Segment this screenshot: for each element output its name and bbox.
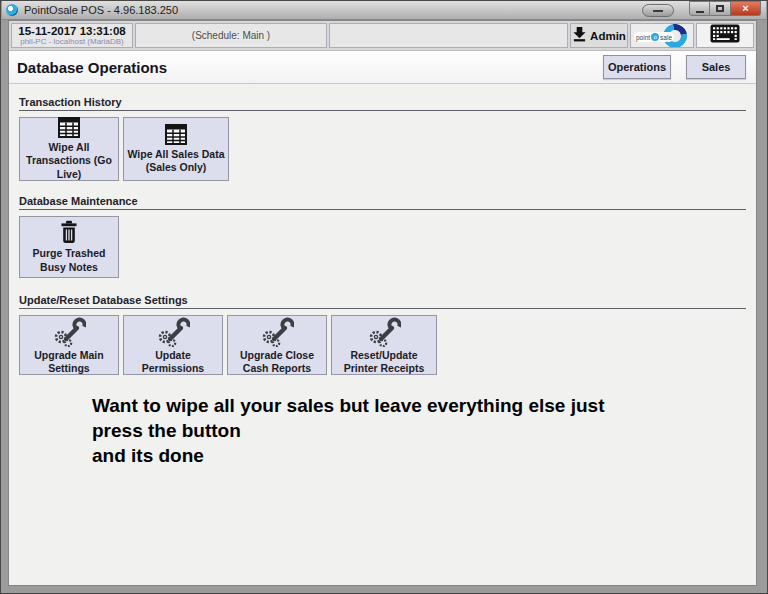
title-bar[interactable]: PointOsale POS - 4.96.183.250 ×	[2, 1, 766, 20]
keyboard-button[interactable]	[696, 23, 754, 48]
tile-label: Upgrade Main Settings	[22, 349, 116, 375]
collapse-icon	[653, 10, 663, 12]
close-icon: ×	[742, 3, 748, 14]
window-controls: ×	[689, 1, 761, 16]
datetime-panel: 15-11-2017 13:31:08 phil-PC - localhost …	[11, 23, 133, 48]
annotation-line: Want to wipe all your sales but leave ev…	[92, 393, 746, 418]
annotation-text: Want to wipe all your sales but leave ev…	[92, 393, 746, 468]
tile-label: Reset/Update Printer Receipts	[334, 349, 434, 375]
admin-label: Admin	[590, 30, 626, 42]
app-window: PointOsale POS - 4.96.183.250 × 15-11-20…	[0, 0, 768, 594]
update-permissions-button[interactable]: Update Permissions	[123, 315, 223, 375]
host-connection-text: phil-PC - localhost (MariaDB)	[20, 37, 124, 46]
collapse-button[interactable]	[642, 4, 674, 17]
tile-label: Wipe All Transactions (Go Live)	[22, 141, 116, 180]
pointosale-logo: point o sale	[634, 24, 690, 47]
logout-download-icon	[572, 26, 587, 46]
toolbar-spacer	[329, 23, 568, 48]
keyboard-icon	[710, 24, 740, 47]
page-title: Database Operations	[17, 59, 167, 76]
app-logo-icon	[6, 4, 18, 16]
annotation-line: and its done	[92, 443, 746, 468]
section-label-database-maintenance: Database Maintenance	[19, 195, 746, 210]
logo-word-left: point	[636, 34, 650, 41]
top-toolbar: 15-11-2017 13:31:08 phil-PC - localhost …	[9, 21, 756, 51]
wrench-gears-icon	[367, 315, 401, 347]
tile-label: Purge Trashed Busy Notes	[22, 247, 116, 273]
tile-label: Wipe All Sales Data (Sales Only)	[126, 148, 226, 174]
upgrade-close-cash-reports-button[interactable]: Upgrade Close Cash Reports	[227, 315, 327, 375]
sales-tab-button[interactable]: Sales	[686, 55, 746, 79]
section-label-update-reset-settings: Update/Reset Database Settings	[19, 294, 746, 309]
admin-button[interactable]: Admin	[570, 23, 628, 48]
transaction-history-buttons: Wipe All Transactions (Go Live) Wipe All…	[19, 117, 746, 181]
page-content: Transaction History Wipe All Transaction…	[9, 84, 756, 585]
wrench-gears-icon	[156, 315, 190, 347]
table-icon	[57, 117, 81, 139]
wrench-gears-icon	[260, 315, 294, 347]
upgrade-main-settings-button[interactable]: Upgrade Main Settings	[19, 315, 119, 375]
tile-label: Upgrade Close Cash Reports	[230, 349, 324, 375]
datetime-text: 15-11-2017 13:31:08	[18, 25, 125, 37]
logo-panel: point o sale	[630, 23, 694, 48]
minimize-button[interactable]	[689, 1, 710, 16]
reset-update-printer-receipts-button[interactable]: Reset/Update Printer Receipts	[331, 315, 437, 375]
maximize-icon	[716, 5, 724, 12]
update-reset-buttons: Upgrade Main Settings	[19, 315, 746, 375]
wipe-all-sales-data-button[interactable]: Wipe All Sales Data (Sales Only)	[123, 117, 229, 181]
table-icon	[164, 124, 188, 146]
close-button[interactable]: ×	[731, 1, 761, 16]
database-maintenance-buttons: Purge Trashed Busy Notes	[19, 216, 746, 278]
operations-tab-button[interactable]: Operations	[603, 55, 671, 79]
trash-icon	[59, 220, 79, 245]
schedule-panel: (Schedule: Main )	[135, 23, 327, 48]
wipe-all-transactions-button[interactable]: Wipe All Transactions (Go Live)	[19, 117, 119, 181]
wrench-gears-icon	[52, 315, 86, 347]
schedule-text: (Schedule: Main )	[192, 30, 270, 41]
annotation-line: press the button	[92, 418, 746, 443]
client-area: 15-11-2017 13:31:08 phil-PC - localhost …	[8, 20, 757, 586]
tile-label: Update Permissions	[126, 349, 220, 375]
window-title: PointOsale POS - 4.96.183.250	[24, 4, 178, 16]
logo-word-right: sale	[660, 34, 672, 41]
section-label-transaction-history: Transaction History	[19, 96, 746, 111]
logo-o-badge: o	[651, 33, 659, 41]
purge-trashed-busy-notes-button[interactable]: Purge Trashed Busy Notes	[19, 216, 119, 278]
maximize-button[interactable]	[710, 1, 731, 16]
page-header: Database Operations Operations Sales	[9, 51, 756, 84]
minimize-icon	[696, 11, 704, 13]
